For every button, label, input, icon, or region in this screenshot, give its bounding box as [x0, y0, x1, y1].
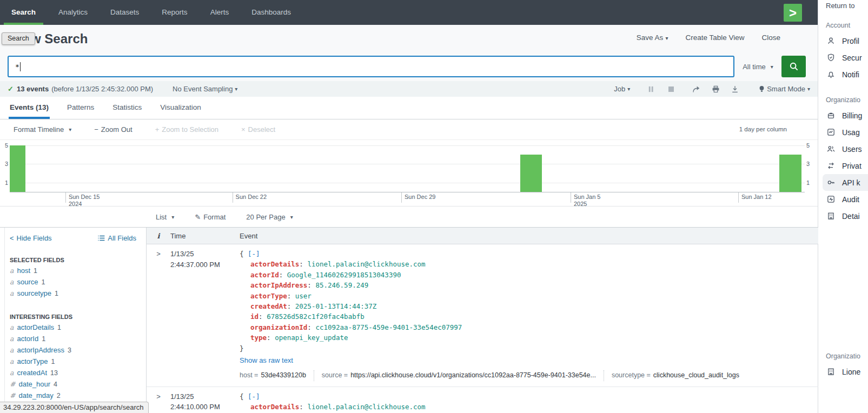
field-row: #date_hour4 — [10, 381, 146, 388]
field-link[interactable]: sourcetype — [17, 290, 51, 297]
list-view-dropdown[interactable]: List▾ — [156, 213, 174, 221]
stop-job-button[interactable] — [662, 86, 680, 92]
field-link[interactable]: source — [17, 278, 38, 286]
timeline-plot[interactable] — [10, 140, 805, 192]
page-title: w Search — [31, 31, 88, 46]
tick-mark — [571, 192, 571, 203]
settings-item-profil[interactable]: Profil — [823, 32, 868, 49]
settings-item-privat[interactable]: Privat — [823, 157, 868, 174]
field-row: aactorIpAddress3 — [10, 347, 146, 354]
chevron-down-icon: ▾ — [771, 64, 773, 70]
event-meta-host[interactable]: host =53de4339120b — [240, 370, 306, 381]
search-mode-dropdown[interactable]: Smart Mode▾ — [758, 85, 810, 93]
events-table-header: i Time Event — [147, 228, 818, 244]
hide-fields-button[interactable]: <Hide Fields — [10, 234, 52, 242]
settings-item-notifi[interactable]: Notifi — [823, 66, 868, 83]
nav-item-dashboards[interactable]: Dashboards — [240, 0, 302, 25]
search-input[interactable]: * — [8, 56, 734, 77]
section-heading: Organizatio — [826, 96, 868, 104]
format-results-button[interactable]: ✎Format — [195, 213, 226, 221]
create-table-view-button[interactable]: Create Table View — [685, 34, 744, 42]
search-bar: * All time▾ — [8, 56, 806, 77]
share-button[interactable] — [687, 85, 705, 93]
y-axis-tick-label: 5 — [1, 142, 8, 149]
json-field-line: actorIpAddress: 85.246.59.249 — [240, 280, 818, 290]
save-as-button[interactable]: Save As▾ — [637, 34, 668, 42]
tab-visualization[interactable]: Visualization — [159, 97, 202, 119]
zoom-out-button[interactable]: −Zoom Out — [94, 125, 132, 134]
format-timeline-dropdown[interactable]: Format Timeline▾ — [14, 125, 71, 134]
time-range-picker[interactable]: All time▾ — [734, 56, 781, 77]
field-link[interactable]: createdAt — [17, 369, 47, 377]
deselect-button[interactable]: ×Deselect — [241, 125, 275, 134]
y-axis-tick-label: 3 — [806, 161, 814, 167]
pause-job-button[interactable] — [642, 85, 659, 93]
event-meta-sourcetype[interactable]: sourcetype =clickhouse_cloud_audit_logs — [604, 370, 739, 381]
tab-patterns[interactable]: Patterns — [66, 97, 95, 119]
job-menu[interactable]: Job▾ — [614, 85, 630, 93]
field-link[interactable]: date_mday — [18, 392, 53, 399]
settings-item-detai[interactable]: Detai — [823, 208, 868, 224]
timeline-bar[interactable] — [779, 155, 801, 192]
settings-item-usag[interactable]: Usag — [823, 124, 868, 141]
section-heading: Account — [826, 22, 868, 29]
tab-events-[interactable]: Events (13) — [9, 97, 50, 119]
return-to-link[interactable]: Return to — [826, 2, 868, 10]
field-row: aactorId1 — [10, 335, 146, 343]
field-link[interactable]: actorDetails — [17, 324, 54, 331]
field-link[interactable]: actorType — [17, 358, 48, 365]
section-heading: Organizatio — [826, 352, 868, 360]
settings-item-billing[interactable]: Billing — [823, 107, 868, 124]
field-link[interactable]: actorId — [17, 335, 38, 343]
event-sampling-dropdown[interactable]: No Event Sampling▾ — [173, 85, 237, 93]
timeline-chart: 113355 Sun Dec 152024Sun Dec 22Sun Dec 2… — [0, 139, 818, 206]
expand-event-button[interactable]: > — [147, 391, 170, 413]
close-button[interactable]: Close — [761, 34, 780, 42]
settings-item-users[interactable]: Users — [823, 141, 868, 157]
timeline-bar[interactable] — [520, 155, 542, 192]
chevron-down-icon: ▾ — [290, 214, 293, 220]
field-link[interactable]: host — [17, 267, 30, 275]
chevron-down-icon: ▾ — [807, 86, 810, 92]
settings-section: AccountProfilSecurNotifi — [823, 22, 868, 83]
nav-item-reports[interactable]: Reports — [150, 0, 198, 25]
nav-item-search[interactable]: Search — [0, 0, 47, 25]
field-link[interactable]: date_hour — [18, 381, 50, 388]
event-meta-source[interactable]: source =https://api.clickhouse.cloud/v1/… — [314, 370, 596, 381]
collapse-json-link[interactable]: [-] — [248, 250, 260, 258]
field-row: ahost1 — [10, 267, 146, 275]
print-button[interactable] — [707, 85, 724, 93]
plus-icon: + — [155, 125, 160, 134]
settings-item-api-k[interactable]: API k — [823, 174, 868, 191]
field-count: 1 — [42, 335, 45, 343]
nav-item-datasets[interactable]: Datasets — [99, 0, 150, 25]
settings-item-lione[interactable]: Lione — [823, 363, 868, 380]
timeline-bar[interactable] — [10, 145, 25, 192]
chart-gridline — [10, 145, 805, 146]
export-download-button[interactable] — [726, 85, 744, 93]
settings-item-audit[interactable]: Audit — [823, 191, 868, 208]
splunk-logo-icon[interactable]: > — [784, 4, 802, 22]
field-link[interactable]: actorIpAddress — [17, 347, 64, 354]
show-as-raw-text-link[interactable]: Show as raw text — [240, 355, 818, 365]
expand-event-button[interactable]: > — [147, 249, 170, 387]
event-json-cell: { [-]actorDetails: lionel.palacin@clickh… — [240, 249, 818, 387]
collapse-json-link[interactable]: [-] — [248, 392, 260, 401]
tick-mark — [233, 192, 233, 203]
field-count: 1 — [34, 267, 37, 275]
event-column-header: Event — [240, 232, 818, 240]
json-field-line: actorDetails: lionel.palacin@clickhouse.… — [240, 259, 818, 269]
events-list: i Time Event >1/13/252:44:37.000 PM{ [-]… — [147, 228, 818, 413]
zoom-to-selection-button[interactable]: +Zoom to Selection — [155, 125, 218, 134]
settings-item-secur[interactable]: Secur — [823, 49, 868, 66]
field-type-icon: a — [10, 369, 14, 377]
text-cursor — [20, 62, 21, 71]
tab-statistics[interactable]: Statistics — [111, 97, 143, 119]
nav-item-alerts[interactable]: Alerts — [199, 0, 241, 25]
nav-item-analytics[interactable]: Analytics — [47, 0, 99, 25]
interesting-fields-list: aactorDetails1aactorId1aactorIpAddress3a… — [10, 324, 146, 411]
search-button[interactable] — [781, 56, 806, 77]
all-fields-button[interactable]: All Fields — [98, 234, 136, 242]
per-page-dropdown[interactable]: 20 Per Page▾ — [246, 213, 293, 221]
meta-key: sourcetype = — [612, 370, 651, 381]
